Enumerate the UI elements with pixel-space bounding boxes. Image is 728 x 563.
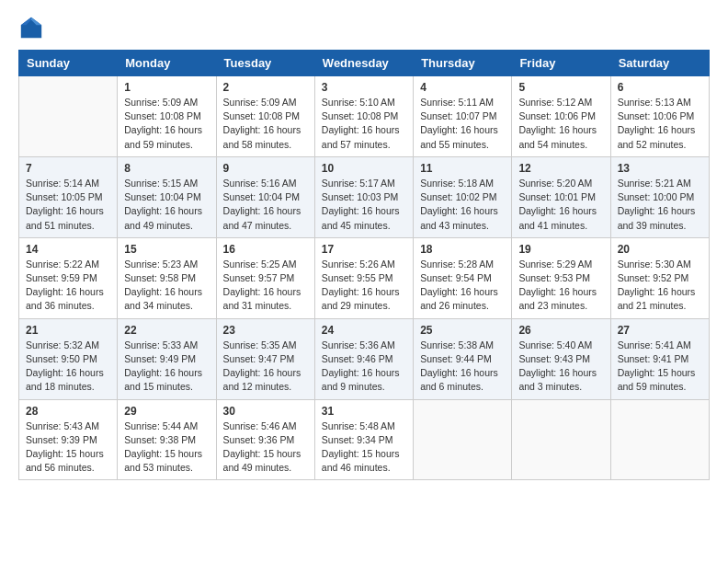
day-number: 4 — [420, 81, 505, 94]
day-info: Sunrise: 5:35 AMSunset: 9:47 PMDaylight:… — [223, 339, 308, 395]
day-info: Sunrise: 5:28 AMSunset: 9:54 PMDaylight:… — [420, 258, 505, 314]
calendar-cell: 4Sunrise: 5:11 AMSunset: 10:07 PMDayligh… — [414, 76, 512, 157]
day-number: 20 — [618, 243, 702, 256]
day-info: Sunrise: 5:18 AMSunset: 10:02 PMDaylight… — [420, 177, 505, 233]
header-cell-sunday: Sunday — [19, 51, 118, 76]
week-row: 7Sunrise: 5:14 AMSunset: 10:05 PMDayligh… — [19, 156, 710, 237]
day-info: Sunrise: 5:44 AMSunset: 9:38 PMDaylight:… — [124, 419, 209, 476]
calendar-cell: 9Sunrise: 5:16 AMSunset: 10:04 PMDayligh… — [216, 156, 314, 237]
calendar-cell: 30Sunrise: 5:46 AMSunset: 9:36 PMDayligh… — [216, 399, 314, 480]
day-info: Sunrise: 5:21 AMSunset: 10:00 PMDaylight… — [618, 177, 702, 233]
day-info: Sunrise: 5:13 AMSunset: 10:06 PMDaylight… — [618, 96, 702, 152]
day-number: 11 — [420, 162, 505, 175]
day-info: Sunrise: 5:26 AMSunset: 9:55 PMDaylight:… — [322, 258, 406, 314]
header-cell-friday: Friday — [512, 51, 610, 76]
day-number: 21 — [26, 324, 110, 337]
day-number: 9 — [223, 162, 308, 175]
week-row: 1Sunrise: 5:09 AMSunset: 10:08 PMDayligh… — [19, 76, 710, 157]
day-info: Sunrise: 5:38 AMSunset: 9:44 PMDaylight:… — [420, 339, 505, 395]
calendar-cell: 5Sunrise: 5:12 AMSunset: 10:06 PMDayligh… — [512, 76, 610, 157]
day-number: 18 — [420, 243, 505, 256]
calendar-cell: 14Sunrise: 5:22 AMSunset: 9:59 PMDayligh… — [19, 237, 118, 318]
header-cell-tuesday: Tuesday — [216, 51, 314, 76]
day-info: Sunrise: 5:15 AMSunset: 10:04 PMDaylight… — [124, 177, 209, 233]
day-number: 24 — [322, 324, 406, 337]
day-info: Sunrise: 5:22 AMSunset: 9:59 PMDaylight:… — [26, 258, 110, 314]
day-info: Sunrise: 5:12 AMSunset: 10:06 PMDaylight… — [518, 96, 603, 152]
day-number: 7 — [26, 162, 110, 175]
calendar-cell: 29Sunrise: 5:44 AMSunset: 9:38 PMDayligh… — [118, 399, 216, 480]
logo-icon — [18, 15, 44, 40]
day-number: 14 — [26, 243, 110, 256]
calendar-cell — [512, 399, 610, 480]
calendar-cell: 8Sunrise: 5:15 AMSunset: 10:04 PMDayligh… — [118, 156, 216, 237]
calendar-cell: 12Sunrise: 5:20 AMSunset: 10:01 PMDaylig… — [512, 156, 610, 237]
day-info: Sunrise: 5:10 AMSunset: 10:08 PMDaylight… — [322, 96, 406, 152]
day-number: 28 — [26, 405, 110, 418]
svg-marker-0 — [21, 17, 41, 38]
calendar-cell: 1Sunrise: 5:09 AMSunset: 10:08 PMDayligh… — [118, 76, 216, 157]
calendar-cell: 16Sunrise: 5:25 AMSunset: 9:57 PMDayligh… — [216, 237, 314, 318]
calendar-cell: 11Sunrise: 5:18 AMSunset: 10:02 PMDaylig… — [414, 156, 512, 237]
day-number: 8 — [124, 162, 209, 175]
day-info: Sunrise: 5:20 AMSunset: 10:01 PMDaylight… — [518, 177, 603, 233]
calendar-cell: 19Sunrise: 5:29 AMSunset: 9:53 PMDayligh… — [512, 237, 610, 318]
calendar-cell — [19, 76, 118, 157]
day-info: Sunrise: 5:40 AMSunset: 9:43 PMDaylight:… — [518, 339, 603, 395]
day-number: 13 — [618, 162, 702, 175]
day-number: 1 — [124, 81, 209, 94]
day-info: Sunrise: 5:33 AMSunset: 9:49 PMDaylight:… — [124, 339, 209, 395]
day-info: Sunrise: 5:23 AMSunset: 9:58 PMDaylight:… — [124, 258, 209, 314]
header-row: SundayMondayTuesdayWednesdayThursdayFrid… — [19, 51, 710, 76]
calendar-cell: 10Sunrise: 5:17 AMSunset: 10:03 PMDaylig… — [314, 156, 413, 237]
day-number: 27 — [618, 324, 702, 337]
day-number: 26 — [518, 324, 603, 337]
calendar-cell: 20Sunrise: 5:30 AMSunset: 9:52 PMDayligh… — [610, 237, 709, 318]
day-number: 29 — [124, 405, 209, 418]
day-number: 12 — [518, 162, 603, 175]
calendar-cell: 31Sunrise: 5:48 AMSunset: 9:34 PMDayligh… — [314, 399, 413, 480]
day-number: 19 — [518, 243, 603, 256]
calendar-cell: 18Sunrise: 5:28 AMSunset: 9:54 PMDayligh… — [414, 237, 512, 318]
header — [18, 15, 710, 40]
day-number: 6 — [618, 81, 702, 94]
header-cell-saturday: Saturday — [610, 51, 709, 76]
day-info: Sunrise: 5:29 AMSunset: 9:53 PMDaylight:… — [518, 258, 603, 314]
day-number: 22 — [124, 324, 209, 337]
day-info: Sunrise: 5:32 AMSunset: 9:50 PMDaylight:… — [26, 339, 110, 395]
day-info: Sunrise: 5:14 AMSunset: 10:05 PMDaylight… — [26, 177, 110, 233]
day-info: Sunrise: 5:09 AMSunset: 10:08 PMDaylight… — [223, 96, 308, 152]
calendar-cell: 17Sunrise: 5:26 AMSunset: 9:55 PMDayligh… — [314, 237, 413, 318]
logo — [18, 15, 48, 40]
calendar-cell: 25Sunrise: 5:38 AMSunset: 9:44 PMDayligh… — [414, 318, 512, 399]
calendar-table: SundayMondayTuesdayWednesdayThursdayFrid… — [18, 50, 710, 480]
day-number: 3 — [322, 81, 406, 94]
calendar-cell — [610, 399, 709, 480]
day-number: 30 — [223, 405, 308, 418]
day-info: Sunrise: 5:36 AMSunset: 9:46 PMDaylight:… — [322, 339, 406, 395]
day-info: Sunrise: 5:17 AMSunset: 10:03 PMDaylight… — [322, 177, 406, 233]
day-number: 2 — [223, 81, 308, 94]
day-number: 25 — [420, 324, 505, 337]
day-number: 10 — [322, 162, 406, 175]
day-info: Sunrise: 5:46 AMSunset: 9:36 PMDaylight:… — [223, 419, 308, 476]
day-number: 31 — [322, 405, 406, 418]
day-info: Sunrise: 5:41 AMSunset: 9:41 PMDaylight:… — [618, 339, 702, 395]
calendar-cell: 7Sunrise: 5:14 AMSunset: 10:05 PMDayligh… — [19, 156, 118, 237]
day-number: 23 — [223, 324, 308, 337]
week-row: 14Sunrise: 5:22 AMSunset: 9:59 PMDayligh… — [19, 237, 710, 318]
week-row: 21Sunrise: 5:32 AMSunset: 9:50 PMDayligh… — [19, 318, 710, 399]
day-number: 16 — [223, 243, 308, 256]
week-row: 28Sunrise: 5:43 AMSunset: 9:39 PMDayligh… — [19, 399, 710, 480]
header-cell-wednesday: Wednesday — [314, 51, 413, 76]
day-info: Sunrise: 5:48 AMSunset: 9:34 PMDaylight:… — [322, 419, 406, 476]
calendar-cell: 2Sunrise: 5:09 AMSunset: 10:08 PMDayligh… — [216, 76, 314, 157]
calendar-cell: 28Sunrise: 5:43 AMSunset: 9:39 PMDayligh… — [19, 399, 118, 480]
calendar-cell: 15Sunrise: 5:23 AMSunset: 9:58 PMDayligh… — [118, 237, 216, 318]
calendar-cell: 6Sunrise: 5:13 AMSunset: 10:06 PMDayligh… — [610, 76, 709, 157]
day-info: Sunrise: 5:16 AMSunset: 10:04 PMDaylight… — [223, 177, 308, 233]
day-number: 17 — [322, 243, 406, 256]
calendar-cell: 26Sunrise: 5:40 AMSunset: 9:43 PMDayligh… — [512, 318, 610, 399]
day-number: 15 — [124, 243, 209, 256]
day-info: Sunrise: 5:09 AMSunset: 10:08 PMDaylight… — [124, 96, 209, 152]
